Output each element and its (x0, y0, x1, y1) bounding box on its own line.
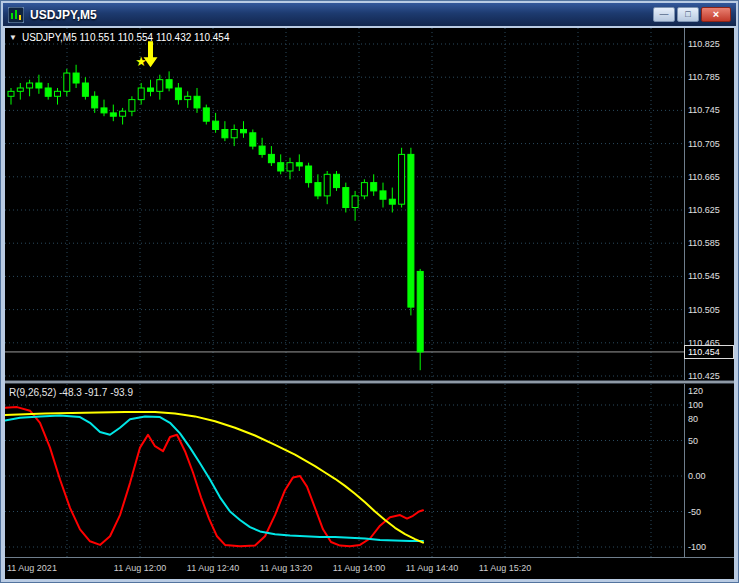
candle (389, 199, 395, 204)
candle (250, 133, 256, 146)
candle (185, 96, 191, 99)
time-label: 11 Aug 12:00 (107, 563, 173, 573)
price-tick-label: 110.425 (688, 371, 720, 381)
candle (8, 91, 14, 96)
one-click-trading-toggle[interactable]: ▼ (9, 33, 17, 42)
time-label: 11 Aug 12:40 (180, 563, 246, 573)
price-tick-label: 110.585 (688, 238, 720, 248)
mt4-chart-window: USDJPY,M5 — □ × ▼ USDJPY,M5 110.551 110.… (0, 0, 739, 583)
candle (268, 154, 274, 162)
candle (315, 183, 321, 196)
candle (129, 100, 135, 112)
time-label: 11 Aug 2021 (7, 563, 57, 573)
candle (241, 129, 247, 132)
candle (120, 111, 126, 116)
price-tick-label: 110.545 (688, 271, 720, 281)
chart-info: ▼ USDJPY,M5 110.551 110.554 110.432 110.… (9, 32, 230, 43)
price-tick-label: 110.825 (688, 39, 720, 49)
time-label: 11 Aug 14:00 (326, 563, 392, 573)
price-axis[interactable]: 110.825110.785110.745110.705110.665110.6… (685, 28, 734, 578)
price-tick-label: 110.665 (688, 172, 720, 182)
candle (371, 183, 377, 191)
candle (175, 88, 181, 100)
candle (55, 91, 61, 96)
indicator-chart[interactable] (5, 384, 684, 557)
candle (334, 174, 340, 187)
candle (213, 121, 219, 129)
candle (138, 88, 144, 100)
candle (278, 163, 284, 171)
indicator-tick-label: 0.00 (688, 471, 706, 481)
star-annotation-icon: ★ (135, 54, 147, 69)
candle (324, 174, 330, 196)
indicator-tick-label: 120 (688, 386, 703, 396)
restore-button[interactable]: □ (677, 7, 699, 22)
candle (408, 154, 414, 307)
candle (296, 163, 302, 166)
indicator-label: R(9,26,52) -48.3 -91.7 -93.9 (9, 387, 133, 398)
candle (17, 88, 23, 91)
price-tick-label: 110.745 (688, 105, 720, 115)
candle (82, 83, 88, 96)
candle (380, 191, 386, 199)
current-price-label: 110.454 (684, 345, 734, 359)
candle (343, 188, 349, 208)
candle (27, 83, 33, 88)
app-icon (8, 7, 24, 23)
candle (64, 73, 70, 91)
candle (92, 96, 98, 108)
price-chart[interactable]: ★ (5, 28, 684, 380)
price-tick-label: 110.785 (688, 72, 720, 82)
chart-ohlc-text: USDJPY,M5 110.551 110.554 110.432 110.45… (22, 32, 230, 43)
time-axis[interactable]: 11 Aug 202111 Aug 12:0011 Aug 12:4011 Au… (5, 558, 734, 579)
candle (110, 113, 116, 116)
price-tick-label: 110.505 (688, 305, 720, 315)
candle (417, 271, 423, 352)
candle (306, 166, 312, 183)
candle (194, 96, 200, 108)
indicator-tick-label: 50 (688, 436, 698, 446)
price-tick-label: 110.705 (688, 139, 720, 149)
candle (287, 163, 293, 171)
window-title: USDJPY,M5 (30, 8, 97, 22)
indicator-line-fast (5, 407, 423, 546)
candle (157, 80, 163, 92)
candle (45, 88, 51, 96)
title-bar[interactable]: USDJPY,M5 — □ × (3, 3, 736, 26)
candle (166, 80, 172, 88)
indicator-line-mid (5, 416, 423, 541)
window-controls: — □ × (653, 7, 731, 22)
chart-area: ▼ USDJPY,M5 110.551 110.554 110.432 110.… (5, 28, 734, 578)
candle (36, 83, 42, 88)
time-label: 11 Aug 15:20 (472, 563, 538, 573)
time-label: 11 Aug 13:20 (253, 563, 319, 573)
close-button[interactable]: × (701, 7, 731, 22)
candle (148, 88, 154, 91)
candle (101, 108, 107, 113)
price-tick-label: 110.625 (688, 205, 720, 215)
pane-separator[interactable] (5, 380, 734, 384)
candle (259, 146, 265, 154)
candle (203, 108, 209, 121)
indicator-tick-label: 80 (688, 414, 698, 424)
indicator-tick-label: -100 (688, 542, 706, 552)
indicator-line-slow (5, 412, 423, 543)
candle (73, 73, 79, 83)
candle (361, 183, 367, 196)
indicator-tick-label: 100 (688, 400, 703, 410)
candle (352, 196, 358, 208)
candle (399, 154, 405, 204)
minimize-button[interactable]: — (653, 7, 675, 22)
indicator-tick-label: -50 (688, 507, 701, 517)
candle (231, 129, 237, 137)
time-label: 11 Aug 14:40 (399, 563, 465, 573)
candle (222, 129, 228, 137)
